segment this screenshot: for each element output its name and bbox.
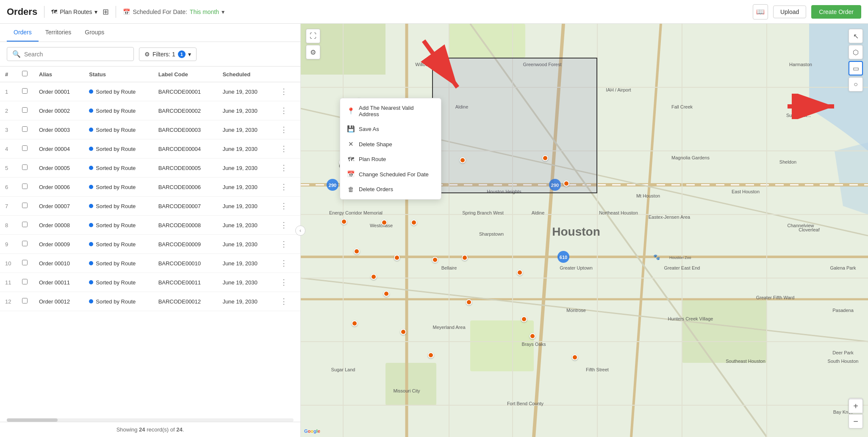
row-checkbox[interactable]	[22, 126, 28, 132]
map-background[interactable]: 290 290 610 Houston Sugar Land Fifth Str…	[301, 24, 868, 437]
row-more-button[interactable]: ⋮	[277, 220, 290, 231]
panel-collapse-handle[interactable]: ‹	[295, 225, 305, 236]
context-menu-save-as[interactable]: 💾 Save As	[340, 121, 441, 136]
row-more-button[interactable]: ⋮	[277, 86, 290, 97]
row-checkbox-cell[interactable]	[17, 197, 34, 216]
row-more-button[interactable]: ⋮	[277, 200, 290, 212]
row-checkbox-cell[interactable]	[17, 178, 34, 197]
map-marker[interactable]	[354, 248, 360, 254]
cursor-tool-button[interactable]: ↖	[849, 29, 863, 43]
map-marker[interactable]	[521, 316, 527, 322]
row-scheduled: June 19, 2030	[217, 197, 272, 216]
zoom-in-button[interactable]: +	[849, 399, 863, 413]
context-menu-delete-shape[interactable]: ✕ Delete Shape	[340, 136, 441, 152]
zoom-out-icon: −	[853, 417, 858, 426]
row-checkbox-cell[interactable]	[17, 273, 34, 292]
tab-territories[interactable]: Territories	[39, 24, 78, 42]
map-marker[interactable]	[394, 255, 400, 261]
horizontal-scroll-track[interactable]	[7, 418, 294, 422]
showing-records-text: Showing 24 record(s) of 24.	[116, 426, 184, 433]
row-checkbox-cell[interactable]	[17, 101, 34, 120]
tab-groups[interactable]: Groups	[78, 24, 111, 42]
row-alias: Order 00005	[34, 159, 84, 178]
map-marker[interactable]	[462, 255, 468, 261]
map-marker[interactable]	[383, 291, 389, 297]
row-checkbox[interactable]	[22, 88, 28, 94]
row-checkbox-cell[interactable]	[17, 235, 34, 254]
scheduled-chevron-icon[interactable]: ▾	[222, 8, 225, 15]
map-marker[interactable]	[432, 257, 438, 263]
row-more-button[interactable]: ⋮	[277, 162, 290, 173]
map-marker[interactable]	[466, 299, 472, 305]
map-marker[interactable]	[341, 219, 347, 225]
row-checkbox[interactable]	[22, 298, 28, 303]
row-checkbox[interactable]	[22, 145, 28, 151]
map-marker[interactable]	[411, 220, 417, 225]
map-marker[interactable]	[563, 181, 569, 186]
row-checkbox-cell[interactable]	[17, 216, 34, 235]
book-icon-button[interactable]: 📖	[753, 4, 768, 19]
map-marker[interactable]	[542, 155, 548, 161]
search-input[interactable]	[24, 51, 128, 58]
row-checkbox[interactable]	[22, 279, 28, 284]
col-checkbox[interactable]	[17, 67, 34, 82]
row-more-button[interactable]: ⋮	[277, 258, 290, 269]
map-marker[interactable]	[352, 320, 358, 326]
rectangle-tool-button[interactable]: ▭	[849, 61, 863, 75]
select-all-checkbox[interactable]	[22, 71, 28, 76]
row-more-button[interactable]: ⋮	[277, 277, 290, 288]
row-checkbox-cell[interactable]	[17, 120, 34, 139]
polygon-tool-button[interactable]: ⬡	[849, 45, 863, 59]
add-address-label: Add The Nearest Valid Address	[359, 105, 434, 117]
svg-text:Magnolia Gardens: Magnolia Gardens	[671, 155, 710, 160]
header-divider2	[116, 6, 116, 18]
map-marker[interactable]	[530, 333, 535, 339]
row-more-button[interactable]: ⋮	[277, 105, 290, 116]
row-checkbox-cell[interactable]	[17, 292, 34, 311]
fullscreen-button[interactable]: ⛶	[306, 29, 320, 43]
context-menu-add-address[interactable]: 📍 Add The Nearest Valid Address	[340, 101, 441, 121]
row-checkbox-cell[interactable]	[17, 254, 34, 273]
row-more-button[interactable]: ⋮	[277, 296, 290, 307]
upload-button[interactable]: Upload	[773, 6, 806, 18]
row-checkbox[interactable]	[22, 260, 28, 265]
row-checkbox-cell[interactable]	[17, 159, 34, 178]
context-menu-change-scheduled[interactable]: 📅 Change Scheduled For Date	[340, 167, 441, 182]
delete-shape-icon: ✕	[347, 140, 355, 148]
plan-routes-button[interactable]: 🗺 Plan Routes ▾	[51, 8, 97, 15]
svg-rect-4	[385, 363, 436, 405]
row-more-button[interactable]: ⋮	[277, 181, 290, 192]
this-month-button[interactable]: This month	[190, 8, 219, 15]
map-marker[interactable]	[371, 274, 377, 280]
row-more-button[interactable]: ⋮	[277, 239, 290, 250]
map-marker[interactable]	[428, 352, 434, 358]
filter-button[interactable]: ⚙ Filters: 1 1 ▾	[139, 47, 197, 61]
map-marker[interactable]	[572, 354, 578, 360]
circle-tool-button[interactable]: ○	[849, 77, 863, 92]
tab-orders[interactable]: Orders	[7, 24, 39, 42]
row-checkbox[interactable]	[22, 222, 28, 227]
row-checkbox[interactable]	[22, 241, 28, 246]
header-grid-icon[interactable]: ⊞	[103, 7, 109, 17]
row-more-cell: ⋮	[272, 273, 300, 292]
horizontal-scroll-thumb[interactable]	[7, 418, 58, 422]
row-checkbox[interactable]	[22, 184, 28, 189]
map-marker[interactable]	[517, 270, 523, 276]
zoom-out-button[interactable]: −	[849, 414, 863, 429]
row-checkbox[interactable]	[22, 164, 28, 170]
map-marker[interactable]	[460, 157, 466, 163]
row-status: Sorted by Route	[84, 197, 153, 216]
row-checkbox[interactable]	[22, 107, 28, 113]
row-label-code: BARCODE00003	[153, 120, 218, 139]
map-settings-button[interactable]: ⚙	[306, 45, 320, 59]
row-more-button[interactable]: ⋮	[277, 124, 290, 135]
context-menu-delete-orders[interactable]: 🗑 Delete Orders	[340, 182, 441, 197]
row-checkbox-cell[interactable]	[17, 139, 34, 159]
map-marker[interactable]	[381, 220, 387, 225]
context-menu-plan-route[interactable]: 🗺 Plan Route	[340, 152, 441, 167]
row-more-button[interactable]: ⋮	[277, 143, 290, 154]
row-checkbox[interactable]	[22, 203, 28, 208]
row-checkbox-cell[interactable]	[17, 82, 34, 101]
create-order-button[interactable]: Create Order	[811, 5, 861, 19]
map-marker[interactable]	[400, 329, 406, 335]
